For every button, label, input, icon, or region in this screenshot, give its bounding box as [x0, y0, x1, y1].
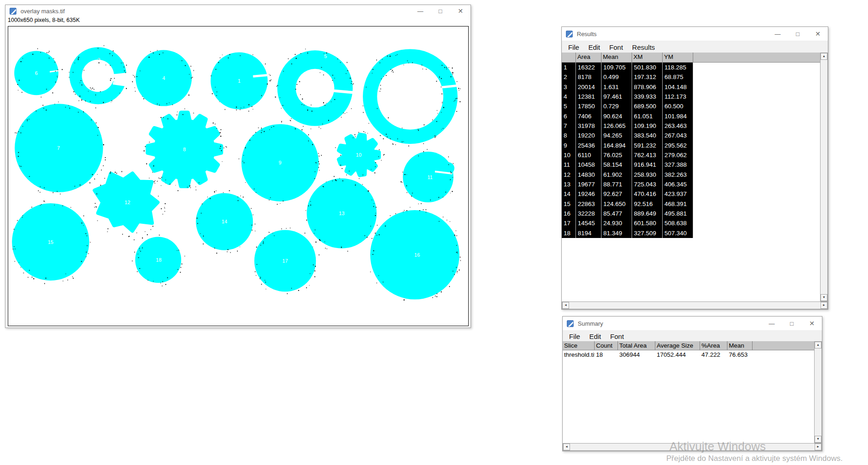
results-row[interactable]: 281780.499197.31268.875	[562, 72, 693, 82]
column-header-average-size[interactable]: Average Size	[655, 341, 700, 350]
menu-item-edit[interactable]: Edit	[584, 43, 605, 51]
cell: 19677	[576, 180, 601, 189]
column-header-xm[interactable]: XM	[632, 53, 663, 63]
column-header-area[interactable]: Area	[576, 53, 601, 63]
results-row[interactable]: 5178500.729689.50060.500	[562, 101, 693, 111]
minimize-button[interactable]: —	[762, 317, 782, 330]
row-index: 6	[562, 111, 576, 121]
results-row[interactable]: 18819481.349327.509507.340	[562, 228, 693, 238]
particle-label: 9	[279, 160, 282, 165]
results-row[interactable]: 925436164.894591.232295.562	[562, 141, 693, 150]
desktop: { "image_window": { "title": "overlay ma…	[0, 0, 868, 465]
cell: 382.263	[663, 170, 693, 180]
column-header-mean[interactable]: Mean	[727, 341, 753, 350]
cell: 94.265	[601, 131, 632, 140]
cell: 109.190	[632, 121, 663, 131]
column-header-index[interactable]	[562, 53, 576, 63]
scroll-down-icon[interactable]: ▼	[821, 294, 827, 301]
column-header-mean[interactable]: Mean	[601, 53, 632, 63]
row-index: 8	[562, 131, 576, 140]
results-row[interactable]: 131967788.771725.043406.345	[562, 180, 693, 189]
menu-item-font[interactable]: Font	[605, 43, 627, 51]
cell: 406.345	[663, 180, 693, 189]
cell: 916.941	[632, 160, 663, 169]
results-row[interactable]: 10611076.025762.413279.062	[562, 150, 693, 160]
cell: threshold.tif	[563, 350, 595, 359]
mask-shape-14: 14	[196, 190, 255, 254]
imagej-icon	[10, 8, 16, 15]
results-row[interactable]: 163222885.477889.649495.881	[562, 209, 693, 218]
mask-shape-12: 12	[94, 171, 166, 240]
menu-item-edit[interactable]: Edit	[585, 333, 606, 340]
minimize-button[interactable]: —	[410, 5, 430, 17]
results-row[interactable]: 116322109.705501.830118.285	[562, 63, 693, 72]
column-header-total-area[interactable]: Total Area	[618, 341, 655, 350]
maximize-button[interactable]: □	[782, 317, 802, 330]
menu-item-file[interactable]: File	[565, 333, 585, 340]
results-row[interactable]: 121483061.902258.930382.263	[562, 170, 693, 180]
maximize-button[interactable]: □	[430, 5, 450, 17]
horizontal-scrollbar[interactable]: ◄ ►	[563, 443, 822, 451]
column-header--area[interactable]: %Area	[700, 341, 727, 350]
cell: 327.509	[632, 228, 663, 238]
results-row[interactable]: 41238197.461339.933112.173	[562, 92, 693, 101]
cell: 17052.444	[655, 350, 700, 359]
cell: 61.051	[632, 111, 663, 121]
scroll-up-icon[interactable]: ▲	[815, 342, 821, 349]
row-index: 16	[562, 209, 576, 218]
cell: 92.516	[632, 199, 663, 209]
cell: 14830	[576, 170, 601, 180]
close-button[interactable]: ✕	[808, 27, 828, 41]
scroll-right-icon[interactable]: ►	[821, 302, 827, 309]
scroll-left-icon[interactable]: ◄	[563, 444, 570, 450]
close-button[interactable]: ✕	[802, 317, 822, 330]
column-header-slice[interactable]: Slice	[563, 341, 595, 350]
cell: 19220	[576, 131, 601, 140]
results-row[interactable]: 6740690.62461.051101.984	[562, 111, 693, 121]
results-row[interactable]: 141924692.627470.416423.937	[562, 189, 693, 199]
close-button[interactable]: ✕	[450, 5, 471, 17]
column-header-count[interactable]: Count	[595, 341, 618, 350]
summary-titlebar[interactable]: Summary — □ ✕	[563, 317, 822, 330]
vertical-scrollbar[interactable]: ▲ ▼	[820, 53, 828, 301]
menu-item-results[interactable]: Results	[627, 43, 659, 51]
menu-item-file[interactable]: File	[564, 43, 584, 51]
row-index: 18	[562, 228, 576, 238]
results-row[interactable]: 111045858.154916.941327.388	[562, 160, 693, 169]
cell: 85.477	[601, 209, 632, 218]
row-index: 15	[562, 199, 576, 209]
results-row[interactable]: 81922094.265383.540267.043	[562, 131, 693, 140]
results-row[interactable]: 171454524.930601.580508.638	[562, 218, 693, 228]
results-row[interactable]: 1522863124.65092.516468.391	[562, 199, 693, 209]
mask-shape-15: 15	[12, 201, 90, 284]
mask-shape-2: 2	[69, 45, 128, 108]
summary-row[interactable]: threshold.tif1830694417052.44447.22276.6…	[563, 350, 822, 359]
row-index: 12	[562, 170, 576, 180]
cell: 507.340	[663, 228, 693, 238]
mask-shape-17: 17	[254, 227, 319, 294]
cell: 495.881	[663, 209, 693, 218]
results-titlebar[interactable]: Results — □ ✕	[562, 27, 828, 41]
scroll-up-icon[interactable]: ▲	[821, 53, 827, 60]
cell: 8178	[576, 72, 601, 82]
cell: 22863	[576, 199, 601, 209]
image-canvas[interactable]: 123456789101112131415161718	[8, 26, 469, 326]
scroll-down-icon[interactable]: ▼	[815, 436, 821, 443]
particle-label: 12	[125, 200, 130, 205]
results-row[interactable]: 731978126.065109.190263.463	[562, 121, 693, 131]
row-index: 13	[562, 180, 576, 189]
row-index: 11	[562, 160, 576, 169]
column-header-ym[interactable]: YM	[663, 53, 693, 63]
horizontal-scrollbar[interactable]: ◄ ►	[562, 301, 828, 309]
results-row[interactable]: 3200141.631878.906104.148	[562, 82, 693, 92]
vertical-scrollbar[interactable]: ▲ ▼	[814, 341, 822, 443]
minimize-button[interactable]: —	[768, 27, 788, 41]
menu-item-font[interactable]: Font	[606, 333, 628, 340]
maximize-button[interactable]: □	[788, 27, 808, 41]
cell: 878.906	[632, 82, 663, 92]
scroll-right-icon[interactable]: ►	[815, 444, 821, 450]
scroll-left-icon[interactable]: ◄	[562, 302, 569, 309]
image-window-titlebar[interactable]: overlay masks.tif — □ ✕	[5, 5, 471, 17]
cell: 14545	[576, 218, 601, 228]
cell: 197.312	[632, 72, 663, 82]
